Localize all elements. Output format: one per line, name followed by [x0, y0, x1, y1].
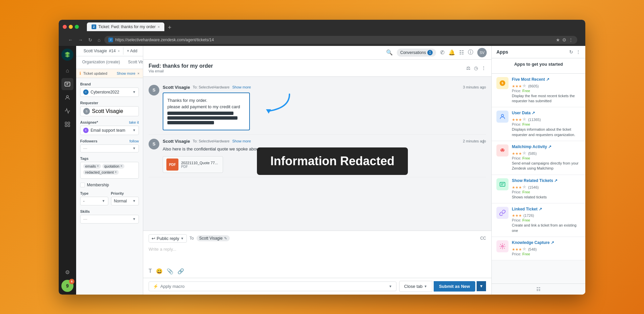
tag-redacted: redacted_content ×: [83, 170, 119, 175]
extensions-icon[interactable]: ⚙: [562, 37, 567, 43]
notification-text: Ticket updated: [83, 71, 115, 75]
email-text-1: Thanks for my order.: [167, 97, 245, 104]
edit-recipient-icon[interactable]: ✎: [224, 236, 227, 241]
tag-quotation-remove[interactable]: ×: [120, 164, 122, 168]
msg-1-body: Scott Visagie To: SelectiveHardware Show…: [163, 85, 486, 130]
sidebar-icon-reporting[interactable]: [61, 105, 73, 117]
follow-link[interactable]: follow: [129, 139, 139, 143]
bookmark-icon[interactable]: ★: [556, 37, 560, 43]
menu-icon[interactable]: ⋮: [569, 37, 573, 43]
app-linked-reviews: (1726): [523, 213, 534, 217]
tag-redacted-remove[interactable]: ×: [115, 170, 117, 174]
zendesk-logo[interactable]: [61, 49, 73, 61]
sidebar-icon-users[interactable]: [61, 91, 73, 104]
attachment-icon[interactable]: 📎: [167, 268, 173, 274]
take-it-link[interactable]: take it: [129, 120, 139, 124]
tab-user[interactable]: Scott Visagie #14 ×: [80, 47, 123, 55]
tab-add[interactable]: + Add: [123, 47, 139, 55]
history-icon[interactable]: ◷: [474, 65, 478, 71]
priority-label: Priority: [111, 191, 139, 195]
tag-emails-remove[interactable]: ×: [97, 164, 99, 168]
phone-icon[interactable]: ✆: [440, 49, 444, 56]
help-icon[interactable]: ⓘ: [468, 49, 473, 56]
app-five-reviews: (8605): [528, 84, 539, 88]
assignee-select[interactable]: E Email support team ▼: [80, 126, 139, 135]
emoji-icon[interactable]: 😀: [156, 268, 163, 274]
app-user-name[interactable]: User Data ↗: [512, 111, 535, 115]
priority-select[interactable]: Normal ▼: [111, 197, 139, 205]
app-linked-name[interactable]: Linked Ticket ↗: [512, 207, 542, 211]
bottom-bar: ⚡ Apply macro ▼ Close tab ▼ Submit as Ne…: [143, 278, 491, 295]
forward-button[interactable]: →: [77, 37, 84, 43]
app-knowledge-name[interactable]: Knowledge Capture ↗: [512, 240, 554, 245]
apps-panel: Apps ↻ ⋮ Apps to get you started 5: [491, 46, 585, 295]
search-icon[interactable]: 🔍: [386, 49, 393, 56]
sidebar-icon-home[interactable]: ⌂: [61, 65, 73, 77]
new-tab-button[interactable]: +: [165, 24, 232, 31]
apps-more-icon[interactable]: ⋮: [576, 49, 581, 55]
filter-icon[interactable]: ⚖: [466, 65, 471, 71]
tags-input[interactable]: emails × quotation × redacted_content ×: [80, 162, 139, 179]
conversations-button[interactable]: Conversations 1: [397, 49, 436, 57]
back-button[interactable]: ←: [67, 37, 74, 43]
refresh-icon[interactable]: ↻: [569, 49, 573, 55]
reload-button[interactable]: ↻: [87, 37, 94, 43]
maximize-button[interactable]: [75, 25, 79, 29]
breadcrumb-user-label: Scott Visagie: [128, 60, 143, 64]
sidebar-icon-apps2[interactable]: [61, 118, 73, 130]
reply-input[interactable]: Write a reply...: [149, 245, 486, 265]
address-bar[interactable]: Z https://selectivehardware.zendesk.com/…: [104, 36, 577, 44]
submit-area: Close tab ▼ Submit as New ▼: [399, 281, 486, 292]
reply-type-button[interactable]: ↩ Public reply ▼: [149, 234, 187, 243]
notification-close[interactable]: ×: [138, 71, 140, 75]
bell-icon[interactable]: 🔔: [448, 49, 455, 56]
msg-options-btn[interactable]: ⋮: [481, 139, 486, 144]
followers-select[interactable]: ― ▼: [80, 144, 139, 152]
topbar-avatar[interactable]: SV: [477, 48, 487, 57]
redacted-line-2: [167, 116, 237, 120]
app-mailchimp-price: Price: Free: [512, 156, 581, 160]
msg-1-show-more[interactable]: Show more: [232, 85, 251, 89]
sidebar-icon-settings[interactable]: ⚙: [61, 266, 73, 278]
assignee-icon: E: [83, 128, 89, 133]
tab-close-btn[interactable]: ×: [158, 25, 160, 29]
more-options-icon[interactable]: ⋮: [481, 65, 486, 71]
tab-user-close[interactable]: ×: [118, 49, 120, 53]
close-tab-button[interactable]: Close tab ▼: [399, 281, 432, 292]
minimize-button[interactable]: [69, 25, 73, 29]
close-button[interactable]: [63, 25, 67, 29]
text-format-icon[interactable]: T: [149, 268, 152, 274]
active-tab[interactable]: Z Ticket: Fwd: thanks for my order ×: [87, 22, 164, 31]
app-mailchimp-name[interactable]: Mailchimp Activity ↗: [512, 144, 551, 149]
msg-2-show-more[interactable]: Show more: [232, 139, 251, 143]
skills-select[interactable]: ― ▼: [80, 215, 139, 224]
app-related-name[interactable]: Show Related Tickets ↗: [512, 178, 558, 183]
membership-checkbox[interactable]: [80, 183, 85, 187]
type-select[interactable]: - ▼: [80, 197, 108, 205]
app-five-info: Five Most Recent ↗ ★★★★ (8605) Price: Fr…: [512, 77, 581, 104]
cc-button[interactable]: CC: [480, 236, 486, 241]
link-icon[interactable]: 🔗: [177, 268, 184, 274]
apply-macro-button[interactable]: ⚡ Apply macro ▼: [149, 281, 396, 291]
requester-select[interactable]: S Scott Visagie: [80, 106, 139, 116]
grid-icon[interactable]: ☷: [459, 49, 464, 56]
svg-point-11: [501, 115, 504, 117]
submit-dropdown-button[interactable]: ▼: [477, 281, 486, 291]
skills-placeholder: ―: [83, 217, 87, 222]
breadcrumb-org[interactable]: Organization (create): [79, 57, 123, 68]
app-five-name[interactable]: Five Most Recent ↗: [512, 77, 549, 82]
attachment-thumb[interactable]: PDF 20221110_Quote 77... PDF: [163, 156, 223, 173]
tag-emails: emails ×: [83, 164, 101, 169]
apps-grid-icon[interactable]: ☷: [536, 287, 541, 292]
user-avatar-badge[interactable]: 9 6: [61, 280, 73, 292]
breadcrumb-user[interactable]: Scott Visagie: [125, 57, 143, 68]
reply-to-chip[interactable]: Scott Visagie ✎: [197, 235, 230, 241]
home-button[interactable]: ⌂: [96, 37, 102, 43]
show-more-link[interactable]: Show more: [117, 71, 136, 75]
sidebar-icon-tickets[interactable]: [61, 78, 73, 90]
brand-select[interactable]: C Cyberstore2022 ▼: [80, 87, 139, 97]
app-related-price: Price: Free: [512, 190, 581, 194]
apps-title: Apps: [496, 49, 508, 55]
submit-button[interactable]: Submit as New: [434, 281, 475, 292]
apps-header: Apps ↻ ⋮: [492, 46, 585, 58]
